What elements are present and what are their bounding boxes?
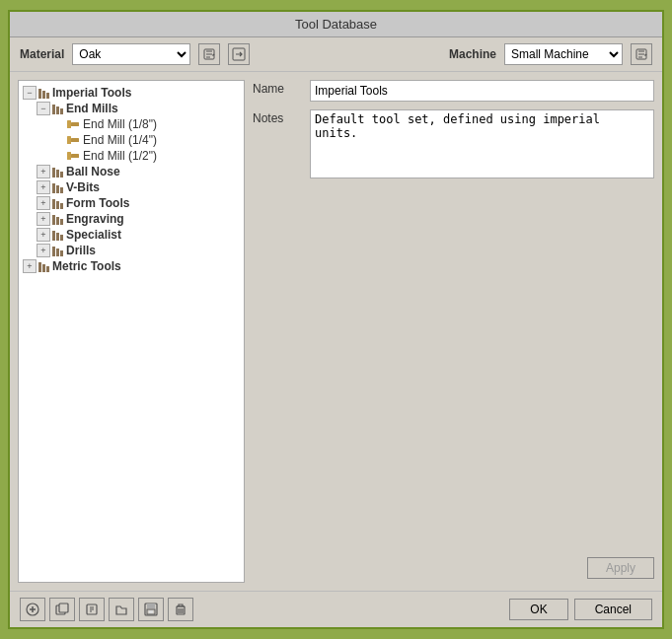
expand-drills[interactable]: + <box>37 244 50 257</box>
expand-end-mills[interactable]: − <box>37 102 50 115</box>
metric-tools-icon <box>38 260 49 272</box>
tree-item-end-mill-1-2[interactable]: End Mill (1/2") <box>19 148 244 164</box>
tree-label-engraving: Engraving <box>66 212 124 226</box>
expand-metric-tools[interactable]: + <box>23 259 37 273</box>
apply-area: Apply <box>253 553 654 583</box>
cancel-button[interactable]: Cancel <box>574 599 652 620</box>
name-field-row: Name <box>253 80 654 102</box>
tree-item-drills[interactable]: + Drills <box>19 243 244 258</box>
duplicate-button[interactable] <box>79 598 105 621</box>
tree-item-engraving[interactable]: + Engraving <box>19 211 244 227</box>
save-button[interactable] <box>138 598 164 621</box>
notes-label: Notes <box>253 109 302 125</box>
svg-rect-5 <box>67 136 71 144</box>
tool-group-icon <box>38 87 49 99</box>
dialog-title: Tool Database <box>295 17 377 32</box>
detail-panel: Name Notes Default tool set, defined usi… <box>253 80 654 583</box>
end-mill-1-8-icon <box>66 118 80 130</box>
svg-rect-8 <box>71 154 79 158</box>
tree-label-imperial-tools: Imperial Tools <box>52 86 131 100</box>
tree-item-imperial-tools[interactable]: − Imperial Tools <box>19 85 244 101</box>
notes-textarea[interactable]: Default tool set, defined using imperial… <box>310 109 654 178</box>
tree-item-ball-nose[interactable]: + Ball Nose <box>19 164 244 179</box>
material-select[interactable]: Oak Softwood Hardwood MDF Plywood Alumin… <box>72 43 190 65</box>
specialist-icon <box>52 229 63 241</box>
svg-rect-14 <box>147 604 155 608</box>
tree-item-end-mill-1-4[interactable]: End Mill (1/4") <box>19 132 244 148</box>
tree-item-specialist[interactable]: + Specialist <box>19 227 244 243</box>
delete-button[interactable] <box>168 598 193 621</box>
expand-engraving[interactable]: + <box>37 212 50 226</box>
expand-specialist[interactable]: + <box>37 228 50 242</box>
main-content: − Imperial Tools − <box>10 72 662 591</box>
tree-label-end-mills: End Mills <box>66 102 118 115</box>
expand-imperial-tools[interactable]: − <box>23 86 37 100</box>
tree-label-ball-nose: Ball Nose <box>66 165 120 178</box>
engraving-icon <box>52 213 63 225</box>
tree-item-form-tools[interactable]: + Form Tools <box>19 195 244 211</box>
v-bits-icon <box>52 181 63 193</box>
end-mills-icon <box>52 103 63 114</box>
svg-rect-4 <box>71 122 79 126</box>
svg-rect-16 <box>149 610 153 613</box>
tree-item-end-mills[interactable]: − End Mills <box>19 101 244 116</box>
tree-label-drills: Drills <box>66 244 96 257</box>
name-input[interactable] <box>310 80 654 102</box>
tool-database-dialog: Tool Database Material Oak Softwood Hard… <box>8 10 664 629</box>
edit-machine-button[interactable] <box>631 43 652 65</box>
machine-select[interactable]: Small Machine Large Machine Custom <box>504 43 623 65</box>
tree-item-v-bits[interactable]: + V-Bits <box>19 179 244 195</box>
end-mill-1-4-icon <box>66 134 80 146</box>
notes-field-row: Notes Default tool set, defined using im… <box>253 109 654 178</box>
edit-material-button[interactable] <box>198 43 220 65</box>
tree-label-metric-tools: Metric Tools <box>52 259 121 273</box>
tree-label-end-mill-1-4: End Mill (1/4") <box>83 133 157 147</box>
copy-tool-button[interactable] <box>49 598 75 621</box>
expand-end-mill-1-4 <box>50 133 64 147</box>
material-label: Material <box>20 47 64 61</box>
import-button[interactable] <box>228 43 250 65</box>
drills-icon <box>52 245 63 256</box>
machine-label: Machine <box>449 47 496 61</box>
svg-rect-3 <box>67 120 71 128</box>
end-mill-1-2-icon <box>66 150 80 162</box>
open-button[interactable] <box>109 598 134 621</box>
toolbar: Material Oak Softwood Hardwood MDF Plywo… <box>10 37 662 72</box>
bottom-bar: OK Cancel <box>10 591 662 627</box>
tree-item-metric-tools[interactable]: + Metric Tools <box>19 258 244 274</box>
tree-label-end-mill-1-2: End Mill (1/2") <box>83 149 157 163</box>
expand-ball-nose[interactable]: + <box>37 165 50 178</box>
tree-label-specialist: Specialist <box>66 228 121 242</box>
tree-item-end-mill-1-8[interactable]: End Mill (1/8") <box>19 116 244 132</box>
form-tools-icon <box>52 197 63 209</box>
expand-end-mill-1-8 <box>50 117 64 131</box>
expand-form-tools[interactable]: + <box>37 196 50 210</box>
svg-rect-6 <box>71 138 79 142</box>
ball-nose-icon <box>52 166 63 178</box>
expand-v-bits[interactable]: + <box>37 180 50 194</box>
tree-panel[interactable]: − Imperial Tools − <box>18 80 245 583</box>
add-button[interactable] <box>20 598 45 621</box>
svg-rect-11 <box>59 604 68 612</box>
tree-label-v-bits: V-Bits <box>66 180 100 194</box>
tree-label-form-tools: Form Tools <box>66 196 129 210</box>
name-label: Name <box>253 80 302 96</box>
bottom-right-buttons: OK Cancel <box>509 599 652 620</box>
apply-button[interactable]: Apply <box>587 557 654 579</box>
ok-button[interactable]: OK <box>509 599 567 620</box>
bottom-left-buttons <box>20 598 193 621</box>
expand-end-mill-1-2 <box>50 149 64 163</box>
tree-label-end-mill-1-8: End Mill (1/8") <box>83 117 157 131</box>
svg-rect-7 <box>67 152 71 160</box>
title-bar: Tool Database <box>10 12 662 37</box>
